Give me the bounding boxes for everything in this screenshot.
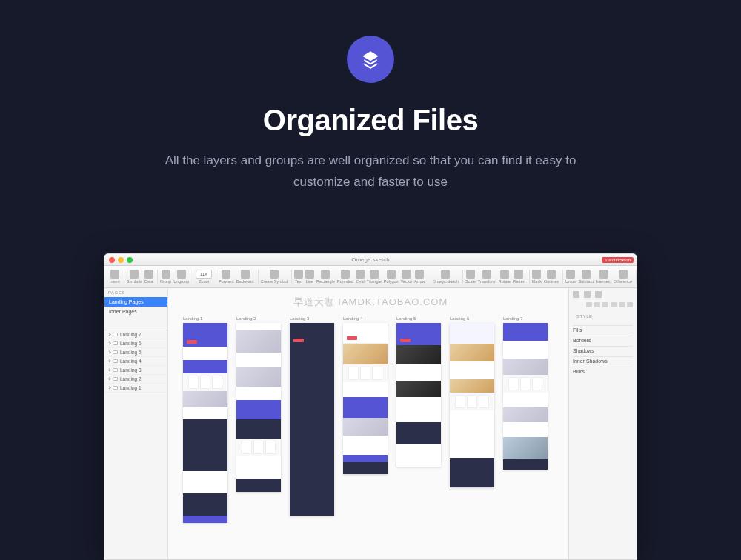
artboard-title: Landing 1 <box>183 316 227 321</box>
layer-item[interactable]: Landing 2 <box>104 375 167 384</box>
line-icon <box>305 270 314 279</box>
align-icon[interactable] <box>594 302 600 307</box>
outlines-icon <box>547 270 556 279</box>
toolbar-label: Group <box>160 279 171 284</box>
align-icon[interactable] <box>619 302 625 307</box>
inspector-section-blurs[interactable]: Blurs <box>573 367 633 376</box>
toolbar-label: Arrow <box>414 279 425 284</box>
toolbar-symbols-button[interactable]: Symbols <box>127 270 142 284</box>
artboard-title: Landing 7 <box>503 316 548 321</box>
inspector-section-borders[interactable]: Borders <box>573 336 633 344</box>
artboard[interactable] <box>290 323 334 516</box>
align-icon[interactable] <box>627 302 633 307</box>
toolbar-text-button[interactable]: Text <box>294 270 303 284</box>
toolbar-rotate-button[interactable]: Rotate <box>499 270 511 284</box>
toolbar-group-button[interactable]: Group <box>160 270 171 284</box>
toolbar: InsertSymbolsDataGroupUngroup11%ZoomForw… <box>104 266 637 288</box>
inspector-section-shadows[interactable]: Shadows <box>573 346 633 355</box>
rectangle-icon <box>321 270 330 279</box>
page-item-inner-pages[interactable]: Inner Pages <box>104 307 167 316</box>
toolbar-scale-button[interactable]: Scale <box>465 270 476 284</box>
toolbar-label: Triangle <box>367 279 382 284</box>
chevron-right-icon <box>107 350 110 353</box>
toolbar-flatten-button[interactable]: Flatten <box>513 270 525 284</box>
toolbar-rounded-button[interactable]: Rounded <box>337 270 353 284</box>
page-item-landing-pages[interactable]: Landing Pages <box>104 297 167 307</box>
layers-icon <box>347 36 394 83</box>
toolbar-rectangle-button[interactable]: Rectangle <box>316 270 335 284</box>
toolbar-oval-button[interactable]: Oval <box>356 270 365 284</box>
toolbar-label: Flatten <box>513 279 525 284</box>
ungroup-icon <box>177 270 186 279</box>
triangle-icon <box>370 270 379 279</box>
artboard[interactable] <box>396 323 441 467</box>
artboard[interactable] <box>343 323 388 474</box>
artboard-icon <box>113 368 118 372</box>
artboard-title: Landing 4 <box>343 316 388 321</box>
chevron-right-icon <box>107 341 110 344</box>
artboard[interactable] <box>450 323 494 487</box>
artboard[interactable] <box>503 323 548 470</box>
layer-item[interactable]: Landing 6 <box>104 339 167 348</box>
toolbar-line-button[interactable]: Line <box>305 270 314 284</box>
align-icon[interactable] <box>611 302 617 307</box>
inspector-style-header: STYLE <box>573 312 633 321</box>
toolbar-zoom-button[interactable]: 11%Zoom <box>196 270 212 284</box>
toolbar-mask-button[interactable]: Mask <box>532 270 542 284</box>
artboard[interactable] <box>183 323 227 523</box>
toolbar-difference-button[interactable]: Difference <box>614 270 632 284</box>
toolbar-data-button[interactable]: Data <box>144 270 153 284</box>
toolbar-polygon-button[interactable]: Polygon <box>384 270 399 284</box>
align-icon[interactable] <box>586 302 592 307</box>
layer-item[interactable]: Landing 4 <box>104 357 167 366</box>
pages-panel: PAGES Landing PagesInner Pages Landing 7… <box>104 288 168 559</box>
toolbar-ungroup-button[interactable]: Ungroup <box>173 270 189 284</box>
hero-subtitle: All the layers and groups are well organ… <box>163 150 578 193</box>
toolbar-transform-button[interactable]: Transform <box>478 270 496 284</box>
inspector-tab-icon[interactable] <box>595 291 602 298</box>
data-icon <box>144 270 153 279</box>
inspector-section-fills[interactable]: Fills <box>573 325 633 334</box>
toolbar-triangle-button[interactable]: Triangle <box>367 270 382 284</box>
layer-item[interactable]: Landing 5 <box>104 348 167 357</box>
artboard-title: Landing 2 <box>236 316 281 321</box>
oval-icon <box>356 270 365 279</box>
toolbar-omega.sketch-button[interactable]: Omega.sketch <box>433 270 459 284</box>
intersect-icon <box>599 270 608 279</box>
inspector-tab-icon[interactable] <box>584 291 591 298</box>
toolbar-label: Omega.sketch <box>433 279 459 284</box>
toolbar-subtract-button[interactable]: Subtract <box>578 270 593 284</box>
titlebar: Omega.sketch 1 Notification <box>104 254 637 266</box>
artboard-title: Landing 3 <box>290 316 334 321</box>
canvas[interactable]: Landing 1Landing 2Landing 3Landing 4Land… <box>168 288 568 559</box>
artboard[interactable] <box>236 323 281 492</box>
text-icon <box>294 270 303 279</box>
rotate-icon <box>500 270 509 279</box>
layer-item[interactable]: Landing 3 <box>104 366 167 375</box>
toolbar-label: Create Symbol <box>261 279 288 284</box>
toolbar-label: Scale <box>465 279 476 284</box>
toolbar-union-button[interactable]: Union <box>565 270 576 284</box>
toolbar-insert-button[interactable]: Insert <box>110 270 120 284</box>
inspector-tab-icon[interactable] <box>573 291 579 298</box>
layer-label: Landing 5 <box>120 350 142 355</box>
toolbar-forward-button[interactable]: Forward <box>219 270 233 284</box>
toolbar-label: Backward <box>236 279 253 284</box>
layer-item[interactable]: Landing 7 <box>104 330 167 339</box>
inspector-section-inner-shadows[interactable]: Inner Shadows <box>573 356 633 365</box>
toolbar-vector-button[interactable]: Vector <box>401 270 413 284</box>
toolbar-create-symbol-button[interactable]: Create Symbol <box>261 270 288 284</box>
notification-badge[interactable]: 1 Notification <box>602 257 634 263</box>
toolbar-intersect-button[interactable]: Intersect <box>596 270 611 284</box>
toolbar-outlines-button[interactable]: Outlines <box>544 270 559 284</box>
toolbar-label: Polygon <box>384 279 399 284</box>
toolbar-backward-button[interactable]: Backward <box>236 270 253 284</box>
toolbar-arrow-button[interactable]: Arrow <box>414 270 425 284</box>
toolbar-label: Rotate <box>499 279 511 284</box>
symbols-icon <box>130 270 139 279</box>
rounded-icon <box>341 270 350 279</box>
transform-icon <box>482 270 491 279</box>
layer-item[interactable]: Landing 1 <box>104 384 167 393</box>
artboard-icon <box>113 333 118 336</box>
align-icon[interactable] <box>602 302 608 307</box>
